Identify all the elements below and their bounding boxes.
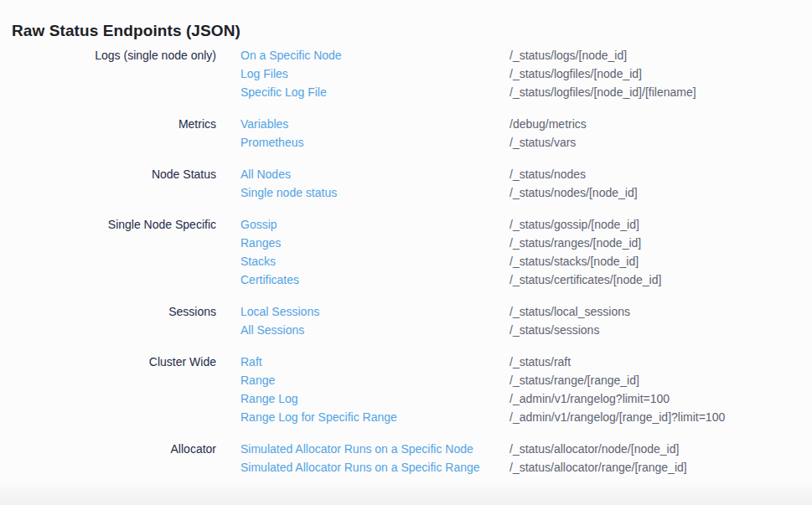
- paths-column: /_status/gossip/[node_id] /_status/range…: [509, 215, 812, 289]
- endpoint-link[interactable]: Single node status: [240, 183, 509, 202]
- endpoint-group: Logs (single node only) On a Specific No…: [0, 46, 812, 101]
- paths-column: /_status/allocator/node/[node_id] /_stat…: [509, 440, 812, 477]
- links-column: All Nodes Single node status: [240, 165, 509, 202]
- endpoint-link[interactable]: On a Specific Node: [240, 46, 509, 64]
- endpoint-path: /_status/range/[range_id]: [509, 371, 812, 389]
- endpoint-link[interactable]: Certificates: [240, 271, 509, 289]
- endpoint-group: Metrics Variables Prometheus /debug/metr…: [0, 115, 812, 152]
- endpoint-link[interactable]: Stacks: [240, 252, 509, 271]
- endpoint-path: /_status/logs/[node_id]: [509, 46, 812, 64]
- endpoint-group: Cluster Wide Raft Range Range Log Range …: [0, 353, 812, 426]
- links-column: Local Sessions All Sessions: [240, 302, 509, 339]
- endpoint-path: /_status/nodes/[node_id]: [509, 183, 812, 202]
- endpoint-path: /_status/certificates/[node_id]: [509, 271, 812, 289]
- endpoint-link[interactable]: Gossip: [240, 215, 509, 234]
- endpoint-link[interactable]: Range: [240, 371, 509, 389]
- endpoint-path: /_status/nodes: [509, 165, 812, 183]
- endpoint-link[interactable]: Range Log: [240, 389, 509, 408]
- endpoint-path: /_status/allocator/range/[range_id]: [509, 458, 812, 477]
- category-label: Allocator: [0, 440, 216, 458]
- paths-column: /_status/raft /_status/range/[range_id] …: [509, 353, 812, 426]
- endpoints-table: Logs (single node only) On a Specific No…: [0, 46, 812, 490]
- links-column: On a Specific Node Log Files Specific Lo…: [240, 46, 509, 101]
- endpoint-path: /_admin/v1/rangelog/[range_id]?limit=100: [509, 408, 812, 426]
- endpoint-link[interactable]: Log Files: [240, 64, 509, 83]
- endpoint-group: Allocator Simulated Allocator Runs on a …: [0, 440, 812, 477]
- endpoint-path: /_status/ranges/[node_id]: [509, 234, 812, 252]
- paths-column: /_status/nodes /_status/nodes/[node_id]: [509, 165, 812, 202]
- endpoint-link[interactable]: Raft: [240, 353, 509, 371]
- endpoint-path: /_status/logfiles/[node_id]/[filename]: [509, 83, 812, 101]
- endpoint-path: /_status/sessions: [509, 321, 812, 339]
- paths-column: /_status/local_sessions /_status/session…: [509, 302, 812, 339]
- paths-column: /_status/logs/[node_id] /_status/logfile…: [509, 46, 812, 101]
- endpoint-link[interactable]: Specific Log File: [240, 83, 509, 101]
- endpoint-link[interactable]: Prometheus: [240, 133, 509, 152]
- endpoint-link[interactable]: Range Log for Specific Range: [240, 408, 509, 426]
- endpoint-group: Node Status All Nodes Single node status…: [0, 165, 812, 202]
- endpoint-link[interactable]: Simulated Allocator Runs on a Specific R…: [240, 458, 509, 477]
- endpoint-link[interactable]: Ranges: [240, 234, 509, 252]
- endpoint-path: /_admin/v1/rangelog?limit=100: [509, 389, 812, 408]
- endpoint-path: /_status/raft: [509, 353, 812, 371]
- endpoint-group: Sessions Local Sessions All Sessions /_s…: [0, 302, 812, 339]
- endpoint-path: /_status/stacks/[node_id]: [509, 252, 812, 271]
- links-column: Gossip Ranges Stacks Certificates: [240, 215, 509, 289]
- endpoint-link[interactable]: All Nodes: [240, 165, 509, 183]
- category-label: Metrics: [0, 115, 216, 133]
- endpoint-path: /_status/allocator/node/[node_id]: [509, 440, 812, 458]
- endpoint-group: Single Node Specific Gossip Ranges Stack…: [0, 215, 812, 289]
- endpoint-link[interactable]: Simulated Allocator Runs on a Specific N…: [240, 440, 509, 458]
- links-column: Simulated Allocator Runs on a Specific N…: [240, 440, 509, 477]
- endpoint-link[interactable]: All Sessions: [240, 321, 509, 339]
- endpoint-path: /_status/vars: [509, 133, 812, 152]
- category-label: Single Node Specific: [0, 215, 216, 234]
- category-label: Node Status: [0, 165, 216, 183]
- endpoint-path: /_status/logfiles/[node_id]: [509, 64, 812, 83]
- category-label: Cluster Wide: [0, 353, 216, 371]
- category-label: Sessions: [0, 302, 216, 321]
- endpoint-path: /_status/gossip/[node_id]: [509, 215, 812, 234]
- debug-endpoints-page: Raw Status Endpoints (JSON) Logs (single…: [0, 0, 812, 505]
- endpoint-path: /_status/local_sessions: [509, 302, 812, 321]
- links-column: Variables Prometheus: [240, 115, 509, 152]
- endpoint-path: /debug/metrics: [509, 115, 812, 133]
- links-column: Raft Range Range Log Range Log for Speci…: [240, 353, 509, 426]
- paths-column: /debug/metrics /_status/vars: [509, 115, 812, 152]
- category-label: Logs (single node only): [0, 46, 216, 64]
- endpoint-link[interactable]: Variables: [240, 115, 509, 133]
- page-title: Raw Status Endpoints (JSON): [12, 21, 240, 41]
- endpoint-link[interactable]: Local Sessions: [240, 302, 509, 321]
